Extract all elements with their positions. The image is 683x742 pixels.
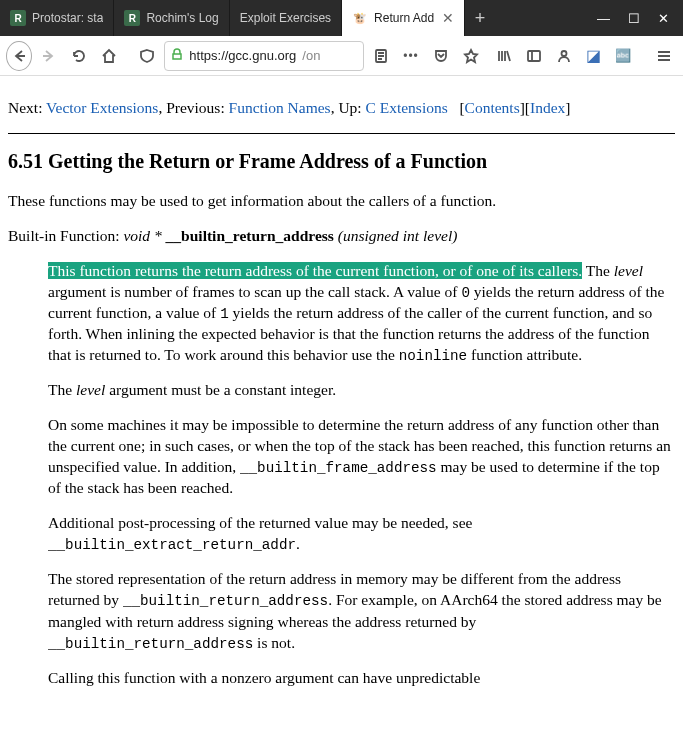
svg-rect-1 (528, 51, 540, 61)
nav-index-link[interactable]: Index (530, 99, 565, 116)
tab-label: Protostar: sta (32, 11, 103, 25)
tab-rochims-log[interactable]: R Rochim's Log (114, 0, 229, 36)
section-heading: 6.51 Getting the Return or Frame Address… (8, 148, 675, 175)
bookmark-button[interactable] (458, 41, 484, 71)
sidebar-icon (526, 48, 542, 64)
url-domain: https://gcc.gnu.org (189, 48, 296, 63)
library-icon (496, 48, 512, 64)
tab-exploit-exercises[interactable]: Exploit Exercises (230, 0, 342, 36)
desc-para-3: On some machines it may be impossible to… (48, 415, 671, 499)
titlebar: R Protostar: sta R Rochim's Log Exploit … (0, 0, 683, 36)
pocket-icon (433, 48, 449, 64)
home-button[interactable] (96, 41, 122, 71)
intro-para: These functions may be used to get infor… (8, 191, 675, 212)
arrow-left-icon (11, 48, 27, 64)
url-bar[interactable]: https://gcc.gnu.org/on (164, 41, 364, 71)
svg-point-2 (561, 51, 566, 56)
app-menu-button[interactable] (651, 41, 677, 71)
reader-mode-button[interactable] (368, 41, 394, 71)
shield-icon (139, 48, 155, 64)
desc-para-6: Calling this function with a nonzero arg… (48, 668, 671, 689)
builtin-return-type: void * (123, 227, 161, 244)
shield-button[interactable] (135, 41, 161, 71)
divider (8, 133, 675, 134)
builtin-description: This function returns the return address… (48, 261, 671, 689)
close-window-button[interactable]: ✕ (658, 11, 669, 26)
lock-icon (171, 48, 183, 63)
builtin-signature: Built-in Function: void * __builtin_retu… (8, 226, 675, 247)
tab-label: Return Add (374, 11, 434, 25)
desc-para-5: The stored representation of the return … (48, 569, 671, 653)
highlighted-text: This function returns the return address… (48, 262, 582, 279)
minimize-button[interactable]: — (597, 11, 610, 26)
hamburger-icon (656, 48, 672, 64)
page-actions-button[interactable]: ••• (398, 41, 424, 71)
home-icon (101, 48, 117, 64)
reload-button[interactable] (66, 41, 92, 71)
pocket-button[interactable] (428, 41, 454, 71)
forward-button[interactable] (36, 41, 62, 71)
reload-icon (71, 48, 87, 64)
nav-prev-link[interactable]: Function Names (229, 99, 331, 116)
builtin-name: __builtin_return_address (166, 227, 334, 244)
tab-label: Exploit Exercises (240, 11, 331, 25)
user-icon (556, 48, 572, 64)
url-path: /on (302, 48, 320, 63)
nav-next-link[interactable]: Vector Extensions (46, 99, 158, 116)
desc-para-2: The level argument must be a constant in… (48, 380, 671, 401)
nav-next-label: Next: (8, 99, 42, 116)
desc-para-1: This function returns the return address… (48, 261, 671, 367)
nav-contents-link[interactable]: Contents (465, 99, 520, 116)
tab-protostar[interactable]: R Protostar: sta (0, 0, 114, 36)
browser-toolbar: https://gcc.gnu.org/on ••• ◪ 🔤 (0, 36, 683, 76)
account-button[interactable] (551, 41, 577, 71)
nav-prev-label: , Previous: (158, 99, 224, 116)
library-button[interactable] (491, 41, 517, 71)
gcc-icon: 🐮 (352, 10, 368, 26)
arrow-right-icon (41, 48, 57, 64)
builtin-kind: Built-in Function: (8, 227, 120, 244)
newtab-button[interactable]: + (465, 0, 495, 36)
favicon: R (10, 10, 26, 26)
extension-button-1[interactable]: ◪ (581, 41, 607, 71)
page-content: Next: Vector Extensions, Previous: Funct… (0, 76, 683, 742)
doc-nav: Next: Vector Extensions, Previous: Funct… (8, 98, 675, 119)
desc-para-4: Additional post-processing of the return… (48, 513, 671, 555)
back-button[interactable] (6, 41, 32, 71)
tab-return-address[interactable]: 🐮 Return Add ✕ (342, 0, 465, 36)
close-tab-icon[interactable]: ✕ (442, 10, 454, 26)
maximize-button[interactable]: ☐ (628, 11, 640, 26)
star-icon (463, 48, 479, 64)
nav-up-label: , Up: (331, 99, 362, 116)
favicon: R (124, 10, 140, 26)
reader-icon (373, 48, 389, 64)
nav-up-link[interactable]: C Extensions (366, 99, 448, 116)
sidebar-button[interactable] (521, 41, 547, 71)
builtin-args: (unsigned int level) (338, 227, 458, 244)
window-controls: — ☐ ✕ (583, 0, 683, 36)
tab-label: Rochim's Log (146, 11, 218, 25)
extension-button-2[interactable]: 🔤 (611, 41, 637, 71)
